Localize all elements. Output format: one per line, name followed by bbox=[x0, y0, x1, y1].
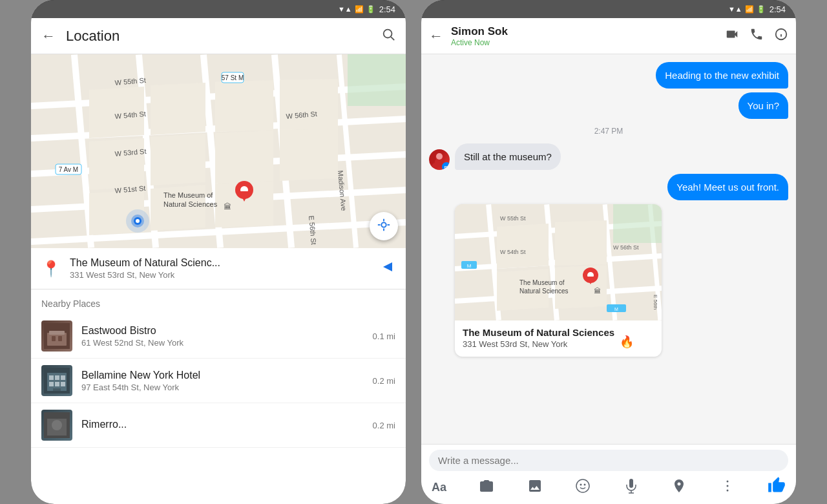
svg-point-107 bbox=[584, 483, 586, 485]
nearby-places-header: Nearby Places bbox=[31, 289, 406, 314]
map-card-place-address: 331 West 53rd St, New York bbox=[463, 339, 614, 349]
battery-icon-right: 🔋 bbox=[757, 5, 766, 14]
wifi-icon-right: 📶 bbox=[745, 5, 754, 14]
location-title: Location bbox=[66, 28, 381, 45]
signal-icon-right: ▼▲ bbox=[728, 5, 742, 13]
svg-marker-21 bbox=[280, 129, 338, 181]
mic-button[interactable] bbox=[623, 478, 639, 498]
messenger-header: ← Simon Sok Active Now bbox=[421, 18, 796, 54]
rimerro-info: Rimerro... bbox=[81, 419, 368, 432]
message-sent-1: Heading to the new exhibit bbox=[429, 62, 788, 89]
nearby-item-hotel[interactable]: Bellamine New York Hotel 97 East 54th St… bbox=[31, 359, 406, 403]
message-input[interactable] bbox=[438, 455, 779, 466]
selected-location-address: 331 West 53rd St, New York bbox=[70, 270, 380, 280]
bubble-still-museum: Still at the museum? bbox=[455, 143, 561, 170]
selected-location-row[interactable]: 📍 The Museum of Natural Scienc... 331 We… bbox=[31, 248, 406, 289]
crosshair-icon bbox=[377, 218, 391, 235]
back-button-left[interactable]: ← bbox=[41, 28, 56, 45]
message-received-1: m Still at the museum? bbox=[429, 143, 788, 170]
message-map-card[interactable]: W 55th St W 56th St W 54th St M M bbox=[429, 204, 788, 357]
svg-marker-19 bbox=[151, 134, 205, 185]
status-time-right: 2:54 bbox=[769, 5, 786, 14]
font-button[interactable]: Aa bbox=[432, 481, 446, 494]
bistro-distance: 0.1 mi bbox=[373, 331, 395, 341]
svg-text:🏛: 🏛 bbox=[224, 202, 231, 211]
contact-name: Simon Sok bbox=[451, 25, 725, 38]
message-toolbar: Aa bbox=[429, 476, 788, 499]
svg-text:W 55th St: W 55th St bbox=[500, 215, 526, 222]
svg-marker-18 bbox=[89, 138, 144, 190]
svg-point-76 bbox=[436, 153, 443, 160]
camera-button[interactable] bbox=[479, 478, 494, 498]
bistro-thumbnail bbox=[41, 320, 72, 352]
svg-text:🏛: 🏛 bbox=[594, 287, 601, 295]
svg-rect-66 bbox=[55, 382, 59, 386]
svg-rect-25 bbox=[348, 54, 406, 106]
message-sent-3: Yeah! Meet us out front. bbox=[429, 174, 788, 200]
voice-call-button[interactable] bbox=[749, 27, 764, 45]
svg-marker-86 bbox=[497, 224, 549, 269]
bistro-info: Eastwood Bistro 61 West 52nd St, New Yor… bbox=[81, 325, 368, 348]
info-button[interactable] bbox=[774, 27, 788, 45]
svg-point-106 bbox=[580, 483, 582, 485]
rimerro-distance: 0.2 mi bbox=[373, 421, 395, 430]
svg-text:7 Av M: 7 Av M bbox=[59, 166, 78, 173]
svg-rect-62 bbox=[49, 375, 54, 380]
svg-point-105 bbox=[576, 479, 589, 492]
message-input-area: Aa bbox=[421, 444, 796, 504]
chat-area: Heading to the new exhibit You in? 2:47 … bbox=[421, 54, 796, 444]
map-card-preview: W 55th St W 56th St W 54th St M M bbox=[455, 204, 662, 320]
more-button[interactable] bbox=[720, 478, 735, 498]
back-button-right[interactable]: ← bbox=[429, 28, 443, 45]
battery-icon: 🔋 bbox=[366, 5, 375, 14]
message-input-row[interactable] bbox=[429, 450, 788, 471]
emoji-button[interactable] bbox=[575, 478, 591, 498]
like-button[interactable] bbox=[768, 476, 786, 499]
svg-text:M: M bbox=[614, 307, 618, 311]
timestamp-1: 2:47 PM bbox=[429, 127, 788, 136]
svg-point-109 bbox=[726, 485, 728, 487]
svg-marker-16 bbox=[215, 80, 273, 132]
svg-marker-54 bbox=[383, 262, 392, 271]
location-pin-button[interactable] bbox=[671, 478, 687, 498]
nearby-item-bistro[interactable]: Eastwood Bistro 61 West 52nd St, New Yor… bbox=[31, 314, 406, 359]
svg-point-48 bbox=[136, 219, 140, 223]
send-location-button[interactable] bbox=[380, 259, 395, 278]
nearby-item-rimerro[interactable]: Rimerro... 0.2 mi bbox=[31, 403, 406, 448]
svg-point-110 bbox=[726, 489, 728, 491]
svg-rect-90 bbox=[613, 204, 662, 243]
selected-location-name: The Museum of Natural Scienc... bbox=[70, 257, 380, 269]
svg-point-71 bbox=[52, 420, 62, 430]
location-header: ← Location bbox=[31, 18, 406, 54]
svg-text:Natural Sciences: Natural Sciences bbox=[163, 200, 218, 208]
map-view[interactable]: W 55th St W 54th St W 56th St W 53rd St … bbox=[31, 54, 406, 248]
hotel-info: Bellamine New York Hotel 97 East 54th St… bbox=[81, 370, 368, 392]
svg-text:57 St M: 57 St M bbox=[222, 74, 244, 81]
locate-me-button[interactable] bbox=[370, 212, 398, 240]
svg-text:The Museum of: The Museum of bbox=[163, 191, 213, 199]
messenger-screen: ← Simon Sok Active Now bbox=[421, 18, 796, 504]
svg-marker-15 bbox=[151, 83, 205, 135]
svg-text:M: M bbox=[467, 263, 472, 269]
selected-location-info: The Museum of Natural Scienc... 331 West… bbox=[70, 257, 380, 280]
right-phone: ▼▲ 📶 🔋 2:54 ← Simon Sok Active Now bbox=[421, 0, 796, 504]
svg-rect-68 bbox=[53, 388, 61, 391]
rimerro-thumbnail bbox=[41, 410, 72, 441]
search-icon-left[interactable] bbox=[381, 27, 395, 45]
status-time-left: 2:54 bbox=[379, 5, 395, 14]
status-bar-left: ▼▲ 📶 🔋 2:54 bbox=[31, 0, 406, 18]
rimerro-name: Rimerro... bbox=[81, 419, 368, 430]
svg-text:Natural Sciences: Natural Sciences bbox=[519, 288, 569, 295]
svg-text:The Museum of: The Museum of bbox=[519, 279, 565, 286]
wifi-icon: 📶 bbox=[355, 5, 364, 14]
location-card[interactable]: W 55th St W 56th St W 54th St M M bbox=[455, 204, 662, 357]
video-call-button[interactable] bbox=[725, 27, 739, 45]
svg-text:E 56th: E 56th bbox=[653, 295, 658, 310]
svg-text:W 56th St: W 56th St bbox=[613, 244, 639, 251]
status-bar-right: ▼▲ 📶 🔋 2:54 bbox=[421, 0, 796, 18]
svg-marker-17 bbox=[280, 79, 338, 131]
image-button[interactable] bbox=[527, 478, 543, 498]
bistro-address: 61 West 52nd St, New York bbox=[81, 338, 368, 348]
header-actions bbox=[725, 27, 788, 45]
svg-point-108 bbox=[726, 480, 728, 482]
